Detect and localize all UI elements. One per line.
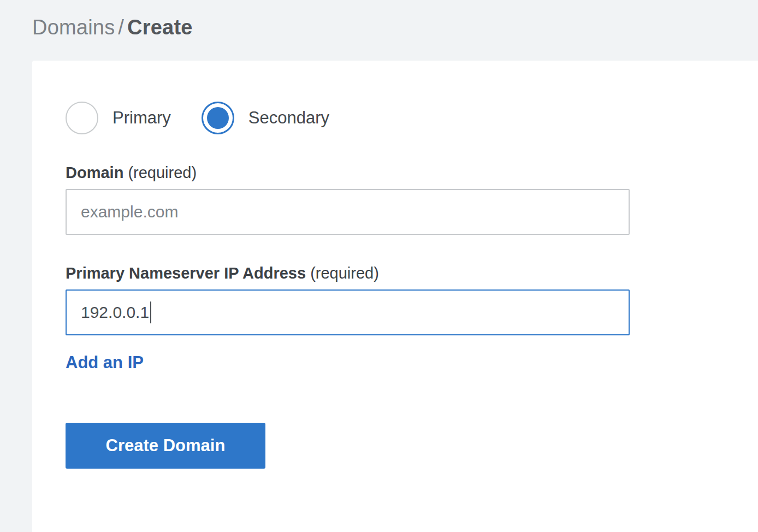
nameserver-ip-input[interactable]: 192.0.0.1 <box>66 289 630 335</box>
radio-secondary-label: Secondary <box>248 108 329 128</box>
breadcrumb-separator: / <box>115 16 127 39</box>
nameserver-ip-field-label: Primary Nameserver IP Address (required) <box>66 262 630 284</box>
radio-secondary-selected[interactable] <box>202 102 234 134</box>
breadcrumb-create: Create <box>127 16 193 39</box>
domain-field-label: Domain (required) <box>66 162 630 184</box>
domain-field-group: Domain (required) <box>66 162 630 235</box>
nameserver-ip-field-group: Primary Nameserver IP Address (required)… <box>66 262 630 335</box>
domain-type-radio-group: Primary Secondary <box>66 102 758 134</box>
radio-option-secondary[interactable]: Secondary <box>202 102 329 134</box>
radio-primary-unselected[interactable] <box>66 102 98 134</box>
nameserver-ip-label-text: Primary Nameserver IP Address <box>66 264 306 282</box>
domain-required-note: (required) <box>128 164 197 181</box>
breadcrumb-domains[interactable]: Domains <box>32 16 115 39</box>
breadcrumb: Domains/Create <box>32 14 758 40</box>
add-an-ip-link[interactable]: Add an IP <box>66 353 144 373</box>
nameserver-ip-value: 192.0.0.1 <box>81 303 149 322</box>
radio-primary-label: Primary <box>112 108 171 128</box>
create-domain-button[interactable]: Create Domain <box>66 423 265 469</box>
page-header: Domains/Create <box>0 0 758 61</box>
text-cursor <box>150 302 151 323</box>
create-domain-form-card: Primary Secondary Domain (required) Prim… <box>32 61 758 532</box>
nameserver-ip-required-note: (required) <box>310 264 379 282</box>
radio-option-primary[interactable]: Primary <box>66 102 171 134</box>
domain-input[interactable] <box>66 189 630 235</box>
domain-label-text: Domain <box>66 164 123 181</box>
